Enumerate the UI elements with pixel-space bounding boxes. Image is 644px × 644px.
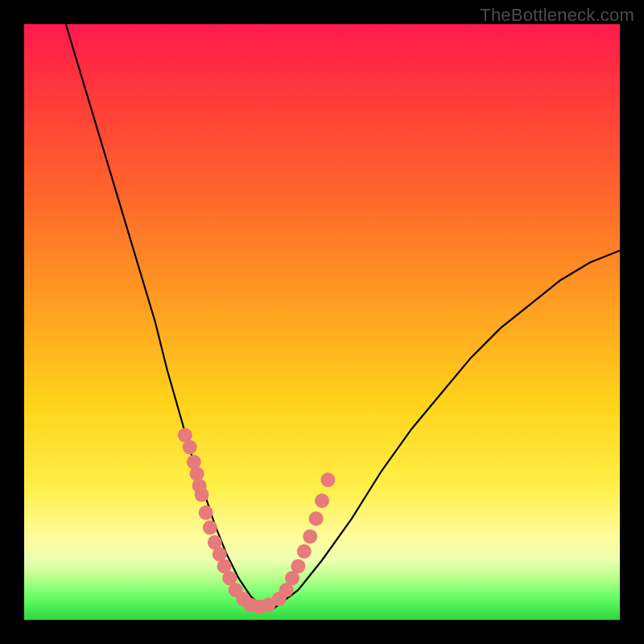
chart-frame: TheBottleneck.com — [0, 0, 644, 644]
data-point — [320, 473, 335, 487]
data-point — [303, 529, 317, 543]
watermark-text: TheBottleneck.com — [480, 5, 634, 26]
data-point — [203, 520, 217, 535]
data-point-group — [178, 428, 336, 614]
data-point — [315, 493, 329, 508]
data-point — [297, 544, 312, 559]
data-point — [195, 488, 209, 502]
data-point — [291, 559, 305, 573]
data-point — [309, 511, 324, 526]
data-point — [183, 440, 197, 454]
data-point — [190, 467, 204, 481]
bottleneck-curve — [66, 24, 620, 608]
plot-area — [24, 24, 620, 620]
data-point — [199, 506, 213, 520]
chart-svg — [24, 24, 620, 620]
